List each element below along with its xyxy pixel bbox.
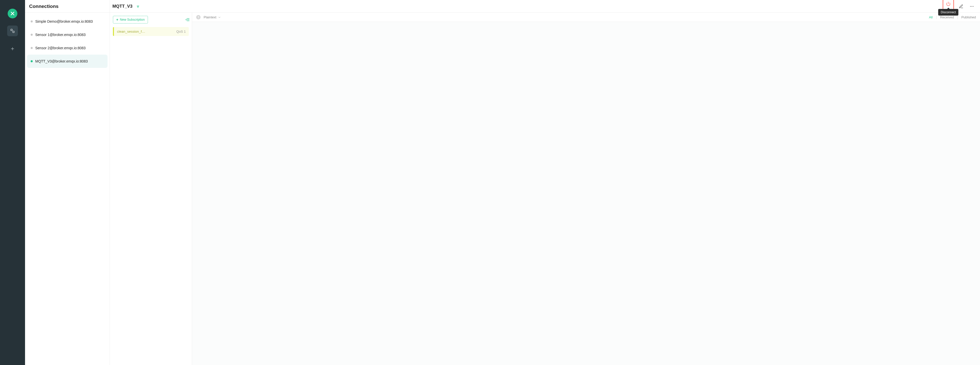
- app-logo: [8, 9, 18, 18]
- svg-rect-0: [11, 29, 12, 31]
- chevron-down-icon: [218, 16, 221, 19]
- divider: [958, 16, 958, 19]
- plus-icon: +: [116, 18, 118, 21]
- svg-rect-1: [13, 31, 14, 33]
- disconnect-button[interactable]: Disconnect: [945, 0, 952, 7]
- connection-title: MQTT_V3: [112, 4, 132, 9]
- filter-received-tab[interactable]: Received: [940, 15, 954, 19]
- connection-item[interactable]: Sensor 1@broker.emqx.io:8083: [27, 28, 108, 41]
- subscription-topic: clean_session_f…: [117, 30, 145, 33]
- subscriptions-panel: + New Subscription clean_session_f… QoS …: [110, 13, 192, 365]
- subscription-qos: QoS 1: [176, 30, 186, 33]
- messages-toolbar: ? Plaintext All Received Published: [192, 13, 980, 22]
- status-dot-icon: [31, 34, 33, 36]
- connection-label: Sensor 1@broker.emqx.io:8083: [35, 33, 86, 37]
- filter-all-tab[interactable]: All: [929, 15, 932, 19]
- disconnect-tooltip: Disconnect: [938, 9, 958, 16]
- svg-point-4: [972, 6, 972, 6]
- status-dot-icon: [31, 60, 33, 62]
- subscription-item[interactable]: clean_session_f… QoS 1: [113, 27, 189, 36]
- svg-point-5: [973, 6, 974, 6]
- payload-format-select[interactable]: Plaintext: [204, 15, 221, 19]
- nav-add-button[interactable]: [7, 43, 18, 54]
- new-subscription-button[interactable]: + New Subscription: [113, 16, 148, 24]
- more-button[interactable]: [968, 3, 975, 10]
- nav-rail: [0, 0, 25, 365]
- filter-published-tab[interactable]: Published: [961, 15, 976, 19]
- connections-sidebar: Connections Simple Demo@broker.emqx.io:8…: [25, 0, 110, 365]
- messages-panel: ? Plaintext All Received Published: [192, 13, 980, 365]
- divider: [936, 16, 937, 19]
- connection-label: Sensor 2@broker.emqx.io:8083: [35, 46, 86, 50]
- disconnect-highlight: Disconnect: [943, 0, 954, 14]
- status-dot-icon: [31, 21, 33, 22]
- main-panel: MQTT_V3 Disconnect: [110, 0, 980, 365]
- connection-label: MQTT_V3@broker.emqx.io:8083: [35, 59, 88, 63]
- status-dot-icon: [31, 47, 33, 49]
- main-header: MQTT_V3 Disconnect: [110, 0, 980, 13]
- svg-point-3: [970, 6, 971, 6]
- main-body: + New Subscription clean_session_f… QoS …: [110, 13, 980, 365]
- connection-label: Simple Demo@broker.emqx.io:8083: [35, 19, 93, 24]
- connection-item[interactable]: Sensor 2@broker.emqx.io:8083: [27, 41, 108, 55]
- connection-list: Simple Demo@broker.emqx.io:8083 Sensor 1…: [25, 13, 110, 70]
- new-subscription-label: New Subscription: [120, 18, 145, 21]
- sidebar-title: Connections: [25, 0, 110, 13]
- connection-item[interactable]: Simple Demo@broker.emqx.io:8083: [27, 15, 108, 28]
- help-icon[interactable]: ?: [196, 15, 200, 19]
- messages-area: [192, 22, 980, 365]
- nav-connections-button[interactable]: [7, 25, 18, 36]
- payload-format-label: Plaintext: [204, 15, 216, 19]
- connection-item[interactable]: MQTT_V3@broker.emqx.io:8083: [27, 55, 108, 68]
- chevrons-down-icon[interactable]: [136, 4, 140, 8]
- collapse-subscriptions-icon[interactable]: [185, 17, 190, 22]
- edit-button[interactable]: [958, 3, 965, 10]
- message-filter-tabs: All Received Published: [929, 15, 976, 19]
